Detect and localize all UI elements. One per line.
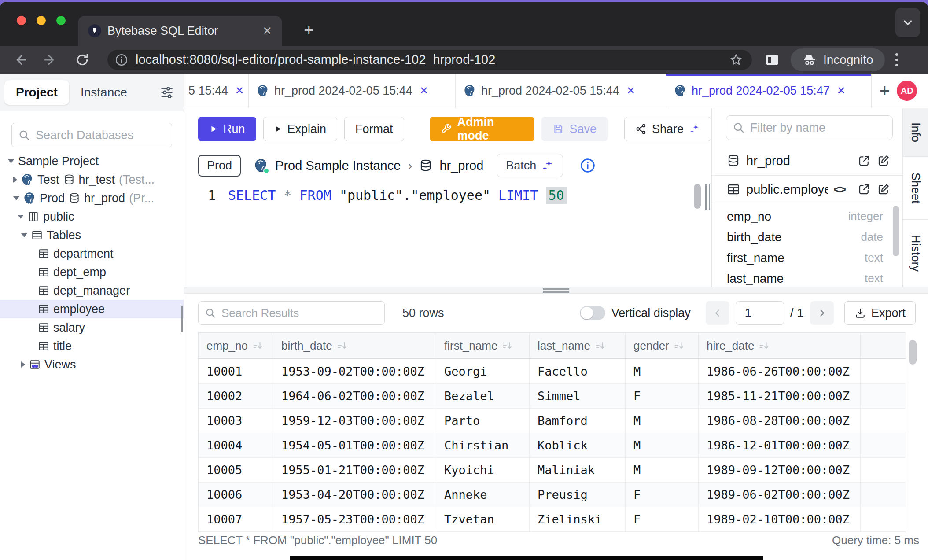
external-link-icon[interactable] [858,154,871,167]
tab-info[interactable]: Info [903,108,928,157]
results-resize-handle[interactable] [184,287,928,294]
column-header-gender[interactable]: gender [626,333,699,358]
table-row[interactable]: 100041954-05-01T00:00:00ZChirstianKoblic… [199,433,906,458]
tree-item-views-group[interactable]: Views [0,355,184,374]
chevron-down-icon[interactable] [18,215,24,219]
instance-name[interactable]: Prod Sample Instance [275,158,401,173]
explain-button[interactable]: Explain [263,117,338,141]
back-icon[interactable] [12,52,27,67]
tree-item-table-department[interactable]: department [0,244,184,263]
tree-item-tables-group[interactable]: Tables [0,226,184,244]
cell[interactable]: Preusig [530,483,626,507]
chevron-down-icon[interactable] [8,159,14,163]
cell[interactable]: Zielinski [530,507,626,531]
cell[interactable]: Tzvetan [436,507,530,531]
tree-item-table-dept-emp[interactable]: dept_emp [0,263,184,281]
external-link-icon[interactable] [858,183,871,196]
reload-icon[interactable] [75,52,90,67]
cell[interactable]: 1986-06-26T00:00:00Z [699,359,861,383]
environment-badge[interactable]: Prod [198,155,241,177]
schema-column[interactable]: birth_date date [712,227,902,247]
maximize-window-button[interactable] [56,16,66,25]
cell[interactable]: Anneke [436,483,530,507]
close-tab-icon[interactable]: ✕ [262,24,272,38]
editor-tab-3[interactable]: hr_prod 2024-02-05 15:44 ✕ [456,74,666,108]
address-bar[interactable]: localhost:8080/sql-editor/prod-sample-in… [107,50,752,70]
tab-project[interactable]: Project [4,80,69,105]
results-scrollbar[interactable] [909,340,917,365]
table-row[interactable]: 100031959-12-03T00:00:00ZPartoBamfordM19… [199,409,906,433]
chevron-right-icon[interactable] [21,361,25,368]
side-panel-icon[interactable] [764,52,780,68]
cell[interactable]: 1989-06-02T00:00:00Z [699,483,861,507]
cell[interactable]: 1957-05-23T00:00:00Z [273,507,436,531]
search-databases-input[interactable] [36,129,166,142]
schema-database-row[interactable]: hr_prod [712,146,902,175]
cell[interactable]: 1989-09-12T00:00:00Z [699,458,861,482]
filter-by-name-input[interactable] [750,121,886,135]
cell[interactable]: 1985-11-21T00:00:00Z [699,384,861,408]
cell[interactable]: M [626,359,699,383]
column-header-last-name[interactable]: last_name [530,333,626,358]
table-row[interactable]: 100021964-06-02T00:00:00ZBezalelSimmelF1… [199,384,906,409]
cell[interactable]: 10004 [199,433,273,457]
sort-icon[interactable] [252,340,263,351]
tree-item-sample-project[interactable]: Sample Project [0,152,184,170]
sort-icon[interactable] [759,340,769,351]
column-header-hire-date[interactable]: hire_date [699,333,861,358]
url-text[interactable]: localhost:8080/sql-editor/prod-sample-in… [136,52,729,67]
column-header-birth-date[interactable]: birth_date [273,333,436,358]
filter-settings-icon[interactable] [160,85,174,99]
cell[interactable]: M [626,409,699,433]
info-icon[interactable] [580,158,596,173]
cell[interactable]: Maliniak [530,458,626,482]
cell[interactable]: 1953-09-02T00:00:00Z [273,359,436,383]
cell[interactable]: F [626,507,699,531]
tree-item-prod-db[interactable]: Prod hr_prod (Pr... [0,189,184,207]
schema-column[interactable]: emp_no integer [712,206,902,227]
next-page-button[interactable] [810,301,834,325]
admin-mode-button[interactable]: Admin mode [430,117,535,141]
sort-icon[interactable] [595,340,605,351]
edit-icon[interactable] [877,154,890,167]
cell[interactable]: 1986-12-01T00:00:00Z [699,433,861,457]
table-row[interactable]: 100051955-01-21T00:00:00ZKyoichiMaliniak… [199,458,906,483]
page-number-input[interactable] [736,301,784,325]
tree-item-table-salary[interactable]: salary [0,318,184,337]
cell[interactable]: 1955-01-21T00:00:00Z [273,458,436,482]
database-name[interactable]: hr_prod [439,158,483,173]
cell[interactable]: 1986-08-28T00:00:00Z [699,409,861,433]
batch-button[interactable]: Batch [497,154,563,177]
editor-tab-2[interactable]: hr_prod 2024-02-05 15:44 ✕ [249,74,456,108]
cell[interactable]: F [626,483,699,507]
editor-tab-4-active[interactable]: hr_prod 2024-02-05 15:47 ✕ [666,74,872,108]
edit-icon[interactable] [877,183,890,196]
cell[interactable]: 1989-02-10T00:00:00Z [699,507,861,531]
database-search[interactable] [11,123,172,147]
bookmark-star-icon[interactable] [729,53,743,67]
close-tab-icon[interactable]: ✕ [235,85,244,97]
cell[interactable]: Facello [530,359,626,383]
new-tab-button[interactable]: + [304,21,314,39]
close-tab-icon[interactable]: ✕ [420,85,428,97]
tab-instance[interactable]: Instance [69,80,139,105]
schema-column[interactable]: first_name text [712,247,902,268]
cell[interactable]: F [626,384,699,408]
browser-menu-icon[interactable] [895,53,898,66]
cell[interactable]: M [626,433,699,457]
share-button[interactable]: Share [624,117,711,141]
prev-page-button[interactable] [706,301,729,325]
cell[interactable]: Simmel [530,384,626,408]
tree-item-test-db[interactable]: Test hr_test (Test... [0,170,184,189]
chevron-down-icon[interactable] [13,196,19,200]
cell[interactable]: 1959-12-03T00:00:00Z [273,409,436,433]
tab-history[interactable]: History [903,220,928,287]
chevron-down-icon[interactable] [21,233,27,237]
cell[interactable]: Chirstian [436,433,530,457]
cell[interactable]: Kyoichi [436,458,530,482]
cell[interactable]: 1954-05-01T00:00:00Z [273,433,436,457]
ai-sparkles-icon[interactable] [689,123,700,135]
cell[interactable]: 10006 [199,483,273,507]
vertical-display-toggle[interactable] [580,306,605,320]
sql-editor[interactable]: 1 SELECT * FROM "public"."employee" LIMI… [184,181,711,287]
